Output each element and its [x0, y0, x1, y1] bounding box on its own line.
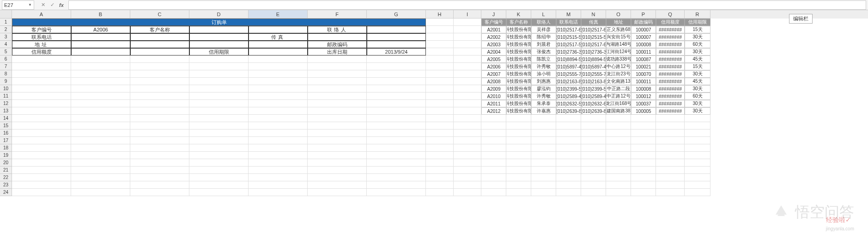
row-header-11[interactable]: 11	[0, 93, 12, 100]
cell[interactable]	[556, 189, 581, 196]
cell[interactable]	[454, 137, 481, 144]
cell[interactable]: 许秀敏	[531, 63, 556, 70]
cell[interactable]	[685, 130, 710, 137]
cell[interactable]	[481, 189, 506, 196]
cell[interactable]	[189, 33, 249, 41]
cell[interactable]	[606, 159, 631, 167]
row-header-15[interactable]: 15	[0, 122, 12, 130]
cell[interactable]	[656, 189, 685, 196]
cell[interactable]	[367, 56, 426, 63]
cell[interactable]: 成功路338号	[606, 56, 631, 63]
cell[interactable]	[367, 159, 426, 167]
cell[interactable]	[12, 152, 71, 159]
row-header-8[interactable]: 8	[0, 70, 12, 78]
cell[interactable]	[367, 33, 426, 41]
fx-button[interactable]: fx	[57, 1, 66, 9]
cell[interactable]: A2008	[481, 78, 506, 85]
cell[interactable]	[367, 167, 426, 174]
cell[interactable]	[367, 137, 426, 144]
cell[interactable]	[249, 63, 308, 70]
cell[interactable]	[71, 100, 130, 107]
cell[interactable]: 科技股份有限	[506, 56, 531, 63]
cell[interactable]	[71, 189, 130, 196]
cell[interactable]	[656, 130, 685, 137]
row-header-14[interactable]: 14	[0, 115, 12, 122]
cell[interactable]	[367, 152, 426, 159]
cell[interactable]: #########	[656, 100, 685, 107]
cell[interactable]: (010)2517-6	[581, 41, 606, 48]
cell[interactable]	[656, 167, 685, 174]
cell[interactable]	[189, 78, 249, 85]
cell[interactable]	[367, 41, 426, 48]
cell[interactable]	[130, 167, 189, 174]
cell[interactable]	[556, 167, 581, 174]
cell[interactable]: #########	[656, 63, 685, 70]
cell[interactable]	[130, 33, 189, 41]
cell[interactable]	[130, 174, 189, 181]
row-header-19[interactable]: 19	[0, 152, 12, 159]
cell[interactable]: A2009	[481, 85, 506, 93]
cell[interactable]	[685, 152, 710, 159]
cell[interactable]: A2007	[481, 70, 506, 78]
cell[interactable]	[656, 144, 685, 152]
cell[interactable]: #########	[656, 26, 685, 33]
cell[interactable]: 100037	[631, 100, 656, 107]
cell[interactable]	[454, 152, 481, 159]
cell[interactable]: 出库日期	[308, 48, 367, 56]
cell[interactable]: 信用期限	[685, 19, 710, 26]
cell[interactable]: 客户编号	[12, 26, 71, 33]
cell[interactable]: 100007	[631, 26, 656, 33]
cell[interactable]	[454, 41, 481, 48]
cell[interactable]	[606, 137, 631, 144]
cell[interactable]	[454, 167, 481, 174]
cell[interactable]	[308, 70, 367, 78]
cell[interactable]: A2011	[481, 100, 506, 107]
cell[interactable]: 内湖路148号	[606, 41, 631, 48]
cell[interactable]: 中心路12号	[606, 63, 631, 70]
cell[interactable]	[12, 107, 71, 115]
cell[interactable]: (010)5897-4	[581, 63, 606, 70]
cell[interactable]	[71, 181, 130, 189]
cell[interactable]	[308, 167, 367, 174]
cell[interactable]	[506, 181, 531, 189]
cell[interactable]	[506, 144, 531, 152]
cell[interactable]	[531, 137, 556, 144]
cell[interactable]: (010)2632-6	[581, 100, 606, 107]
cell[interactable]	[556, 130, 581, 137]
cell[interactable]	[189, 189, 249, 196]
cell[interactable]	[12, 63, 71, 70]
cell[interactable]	[581, 137, 606, 144]
cell[interactable]: 100007	[631, 33, 656, 41]
cell[interactable]: 传真	[249, 33, 308, 41]
cell[interactable]	[631, 189, 656, 196]
row-header-16[interactable]: 16	[0, 130, 12, 137]
cell[interactable]: A2002	[481, 33, 506, 41]
cell[interactable]	[130, 152, 189, 159]
cell[interactable]: (010)2517-6	[556, 26, 581, 33]
cell[interactable]: 科技股份有限	[506, 63, 531, 70]
row-header-1[interactable]: 1	[0, 19, 12, 26]
cell[interactable]	[308, 122, 367, 130]
cell[interactable]	[481, 122, 506, 130]
cell[interactable]	[71, 144, 130, 152]
cell[interactable]	[71, 48, 130, 56]
cell[interactable]	[189, 41, 249, 48]
cell[interactable]	[189, 137, 249, 144]
cell[interactable]	[481, 181, 506, 189]
cell[interactable]: 联络人	[531, 19, 556, 26]
col-header-P[interactable]: P	[631, 10, 656, 19]
cell[interactable]	[656, 137, 685, 144]
cell[interactable]	[308, 137, 367, 144]
col-header-A[interactable]: A	[12, 10, 71, 19]
cell[interactable]: 2013/9/24	[367, 48, 426, 56]
cell[interactable]: #########	[656, 85, 685, 93]
cell[interactable]: (010)2517-5	[556, 41, 581, 48]
cell[interactable]	[367, 26, 426, 33]
cell[interactable]	[308, 189, 367, 196]
cell[interactable]	[581, 152, 606, 159]
col-header-N[interactable]: N	[581, 10, 606, 19]
cell[interactable]	[531, 159, 556, 167]
cell[interactable]	[685, 159, 710, 167]
cell[interactable]: (010)8894-5	[581, 56, 606, 63]
cell[interactable]: #########	[656, 41, 685, 48]
